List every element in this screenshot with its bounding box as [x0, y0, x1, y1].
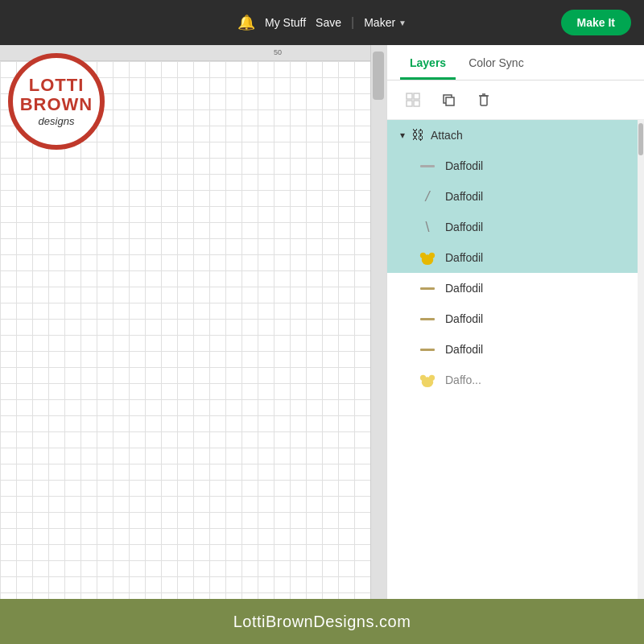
svg-rect-2: [407, 101, 412, 106]
logo-line2: BROWN: [20, 95, 93, 114]
line-dash-icon: [419, 311, 436, 327]
layer-item[interactable]: Daffodil: [387, 303, 644, 334]
chevron-down-icon: ▼: [398, 19, 407, 27]
maker-label: Maker: [364, 16, 395, 29]
tab-color-sync[interactable]: Color Sync: [459, 50, 533, 80]
layers-scrollbar[interactable]: [638, 120, 644, 599]
layers-scroll-thumb[interactable]: [638, 123, 643, 155]
svg-point-12: [422, 377, 434, 387]
svg-point-9: [422, 254, 434, 265]
main-area: LOTTI BROWN designs 50 Layers Color Sync: [0, 45, 644, 599]
group-chevron-icon: ▾: [400, 130, 405, 141]
top-navigation: 🔔 My Stuff Save | Maker ▼ Make It: [0, 0, 644, 45]
mickey-icon: [419, 250, 436, 266]
line-dash-icon: [419, 158, 436, 174]
layer-name: Daffodil: [445, 221, 483, 233]
make-it-button[interactable]: Make It: [561, 10, 631, 35]
nav-divider: |: [351, 15, 354, 30]
attach-label: Attach: [431, 129, 463, 142]
save-link[interactable]: Save: [316, 16, 341, 29]
layer-item[interactable]: \ Daffodil: [387, 212, 644, 242]
tab-layers[interactable]: Layers: [400, 50, 456, 80]
footer: LottiBrownDesigns.com: [0, 599, 644, 644]
maker-menu[interactable]: Maker ▼: [364, 16, 407, 29]
scroll-thumb[interactable]: [373, 52, 384, 100]
layers-tabs: Layers Color Sync: [387, 45, 644, 80]
nav-right: Make It: [561, 10, 631, 35]
layer-item[interactable]: Daffodil: [387, 273, 644, 303]
layer-name: Daffodil: [445, 343, 483, 356]
svg-rect-0: [407, 93, 412, 99]
backslash-icon: \: [419, 219, 436, 235]
layer-name: Daffodil: [445, 282, 483, 295]
layer-item[interactable]: Daffo...: [387, 365, 644, 395]
layer-name: Daffodil: [445, 190, 483, 203]
layer-name: Daffo...: [445, 374, 481, 386]
attach-link-icon: ⛓: [411, 128, 424, 142]
attach-header[interactable]: ▾ ⛓ Attach: [387, 120, 644, 151]
layer-name: Daffodil: [445, 251, 483, 264]
layer-item[interactable]: Daffodil: [387, 242, 644, 273]
ruler-mark-50: 50: [274, 48, 282, 56]
svg-rect-6: [481, 96, 487, 105]
nav-center: 🔔 My Stuff Save | Maker ▼: [237, 14, 407, 31]
line-dash-icon: [419, 280, 436, 296]
logo-container: LOTTI BROWN designs: [0, 45, 113, 158]
delete-icon[interactable]: [471, 87, 497, 113]
layer-item[interactable]: Daffodil: [387, 334, 644, 365]
attach-group: ▾ ⛓ Attach Daffodil / Daffodil: [387, 120, 644, 273]
svg-rect-3: [414, 101, 419, 106]
group-icon[interactable]: [400, 87, 426, 113]
layer-name: Daffodil: [445, 159, 483, 172]
layers-toolbar: [387, 80, 644, 120]
line-dash-icon: [419, 341, 436, 357]
footer-text: LottiBrownDesigns.com: [233, 613, 411, 631]
mickey-icon-small: [419, 372, 436, 388]
logo-line1: LOTTI: [20, 76, 93, 95]
layer-name: Daffodil: [445, 312, 483, 325]
logo-line3: designs: [20, 116, 93, 127]
layers-list: ▾ ⛓ Attach Daffodil / Daffodil: [387, 120, 644, 599]
logo-circle: LOTTI BROWN designs: [8, 53, 105, 150]
svg-rect-1: [414, 93, 419, 99]
duplicate-icon[interactable]: [436, 87, 461, 113]
layer-item[interactable]: / Daffodil: [387, 181, 644, 212]
bell-icon[interactable]: 🔔: [237, 14, 255, 31]
ruler-side: [370, 45, 386, 599]
slash-icon: /: [419, 188, 436, 204]
logo-inner: LOTTI BROWN designs: [20, 76, 93, 128]
svg-rect-5: [446, 97, 454, 105]
layer-item[interactable]: Daffodil: [387, 151, 644, 181]
my-stuff-link[interactable]: My Stuff: [265, 16, 306, 29]
layers-panel: Layers Color Sync: [386, 45, 644, 599]
